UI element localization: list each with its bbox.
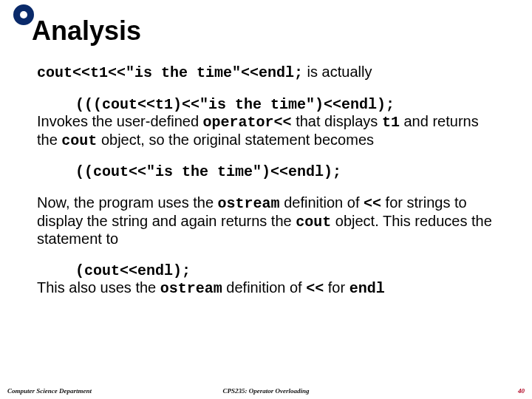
slide-body: cout<<t1<<"is the time"<<endl; is actual… xyxy=(0,44,532,298)
code-identifier-cout: cout xyxy=(296,214,331,231)
paragraph-5: (cout<<endl); This also uses the ostream… xyxy=(37,262,495,298)
code-identifier-ostream: ostream xyxy=(218,195,280,212)
slide-title: Analysis xyxy=(0,0,532,44)
code-identifier-ostream: ostream xyxy=(160,280,222,297)
text-run: Now, the program uses the xyxy=(37,194,218,211)
text-run: definition of xyxy=(280,194,364,211)
code-line-3: ((cout<<"is the time")<<endl); xyxy=(75,163,341,180)
paragraph-2: (((cout<<t1)<<"is the time")<<endl); Inv… xyxy=(37,95,495,150)
text-run: for xyxy=(324,279,349,296)
code-operator: << xyxy=(364,195,381,212)
code-line-4: (cout<<endl); xyxy=(75,262,191,279)
text-run: Invokes the user-defined xyxy=(37,113,203,129)
paragraph-3: ((cout<<"is the time")<<endl); xyxy=(37,163,495,181)
text-run: is actually xyxy=(303,64,372,80)
code-line-1: cout<<t1<<"is the time"<<endl; xyxy=(37,64,303,81)
code-operator: operator<< xyxy=(203,114,292,131)
code-identifier-endl: endl xyxy=(349,280,385,297)
code-line-2: (((cout<<t1)<<"is the time")<<endl); xyxy=(75,96,395,113)
footer-center: CPS235: Operator Overloading xyxy=(0,387,532,395)
institution-logo xyxy=(13,4,34,25)
text-run: that displays xyxy=(292,113,382,129)
code-identifier-cout: cout xyxy=(61,132,97,149)
code-identifier-t1: t1 xyxy=(382,114,400,131)
text-run: object, so the original statement become… xyxy=(97,132,374,148)
slide-footer: Computer Science Department CPS235: Oper… xyxy=(0,387,532,395)
paragraph-1: cout<<t1<<"is the time"<<endl; is actual… xyxy=(37,64,495,82)
text-run: This also uses the xyxy=(37,279,160,296)
paragraph-4: Now, the program uses the ostream defini… xyxy=(37,194,495,248)
code-operator: << xyxy=(306,280,324,297)
text-run: definition of xyxy=(222,279,306,296)
